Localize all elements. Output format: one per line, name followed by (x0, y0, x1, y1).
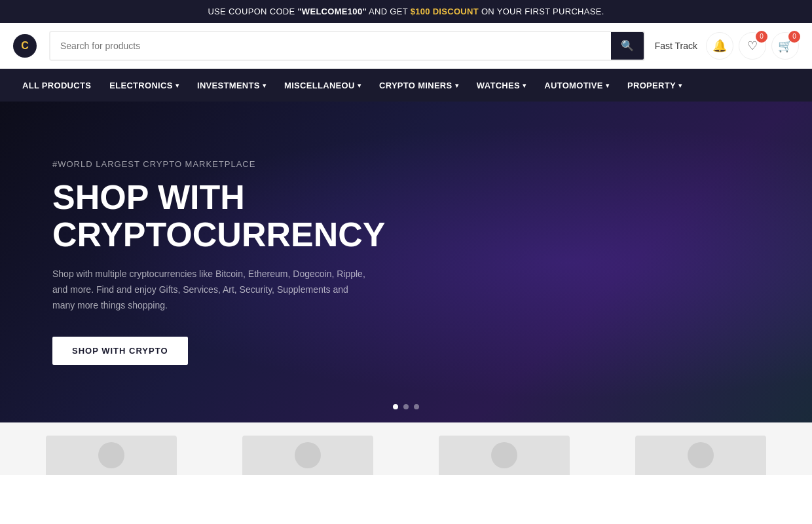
product-image-placeholder (98, 442, 124, 468)
hero-title: SHOP WITH CRYPTOCURRENCY (52, 179, 386, 253)
hero-subtitle: #WORLD LARGEST CRYPTO MARKETPLACE (52, 159, 386, 169)
chevron-down-icon: ▾ (523, 82, 526, 89)
nav-item-miscellaneous[interactable]: MISCELLANEOU ▾ (275, 69, 370, 102)
nav-item-property[interactable]: PROPERTY ▾ (618, 69, 691, 102)
product-image-placeholder (688, 442, 714, 468)
banner-middle: AND GET (367, 7, 411, 16)
wishlist-badge: 0 (756, 31, 767, 43)
chevron-down-icon: ▾ (678, 82, 682, 89)
nav-item-watches[interactable]: WATCHES ▾ (468, 69, 535, 102)
top-banner: USE COUPON CODE "WELCOME100" AND GET $10… (0, 0, 812, 23)
product-card-placeholder-2 (242, 436, 373, 475)
search-input[interactable] (50, 32, 611, 60)
nav-label: ELECTRONICS (109, 81, 172, 90)
nav-label: ALL PRODUCTS (22, 81, 91, 90)
product-card-placeholder-4 (635, 436, 766, 475)
chevron-down-icon: ▾ (358, 82, 361, 89)
chevron-down-icon: ▾ (606, 82, 609, 89)
banner-code: "WELCOME100" (297, 7, 367, 16)
dot-1[interactable] (393, 404, 398, 409)
shop-with-crypto-button[interactable]: SHOP WITH CRYPTO (52, 337, 188, 365)
fast-track-label: Fast Track (655, 41, 697, 51)
nav-label: CRYPTO MINERS (379, 81, 452, 90)
cart-button[interactable]: 🛒 0 (771, 32, 799, 60)
heart-icon: ♡ (747, 39, 758, 53)
search-button[interactable]: 🔍 (611, 32, 644, 60)
hero-dots (393, 404, 419, 409)
wishlist-button[interactable]: ♡ 0 (739, 32, 766, 60)
nav-label: PROPERTY (627, 81, 676, 90)
products-preview-row (0, 422, 812, 475)
header-actions: Fast Track 🔔 ♡ 0 🛒 0 (655, 32, 799, 60)
logo-icon: C (13, 34, 37, 58)
nav-label: AUTOMOTIVE (544, 81, 602, 90)
hero-description: Shop with multiple cryptocurrencies like… (52, 267, 367, 313)
nav-label: INVESTMENTS (197, 81, 260, 90)
chevron-down-icon: ▾ (455, 82, 458, 89)
banner-discount: $100 DISCOUNT (411, 7, 479, 16)
search-icon: 🔍 (621, 39, 634, 52)
hero-title-line2: CRYPTOCURRENCY (52, 216, 386, 253)
product-card-placeholder-1 (46, 436, 177, 475)
nav-item-all-products[interactable]: ALL PRODUCTS (13, 69, 100, 102)
logo: C (13, 34, 39, 58)
nav-item-automotive[interactable]: AUTOMOTIVE ▾ (535, 69, 618, 102)
header: C 🔍 Fast Track 🔔 ♡ 0 🛒 0 (0, 23, 812, 69)
notifications-button[interactable]: 🔔 (706, 32, 733, 60)
cart-badge: 0 (788, 31, 800, 43)
product-image-placeholder (491, 442, 517, 468)
nav-item-crypto-miners[interactable]: CRYPTO MINERS ▾ (370, 69, 468, 102)
nav-item-electronics[interactable]: ELECTRONICS ▾ (100, 69, 188, 102)
product-card-placeholder-3 (439, 436, 570, 475)
dot-2[interactable] (403, 404, 409, 409)
main-nav: ALL PRODUCTS ELECTRONICS ▾ INVESTMENTS ▾… (0, 69, 812, 102)
chevron-down-icon: ▾ (175, 82, 179, 89)
hero-section: #WORLD LARGEST CRYPTO MARKETPLACE SHOP W… (0, 102, 812, 422)
search-bar: 🔍 (49, 31, 645, 61)
hero-title-line1: SHOP WITH (52, 179, 386, 216)
product-image-placeholder (295, 442, 321, 468)
hero-content: #WORLD LARGEST CRYPTO MARKETPLACE SHOP W… (52, 159, 386, 365)
nav-label: WATCHES (477, 81, 520, 90)
nav-item-investments[interactable]: INVESTMENTS ▾ (188, 69, 275, 102)
chevron-down-icon: ▾ (263, 82, 266, 89)
banner-suffix: ON YOUR FIRST PURCHASE. (479, 7, 604, 16)
nav-label: MISCELLANEOU (284, 81, 355, 90)
bell-icon: 🔔 (712, 39, 727, 53)
dot-3[interactable] (414, 404, 419, 409)
banner-prefix: USE COUPON CODE (208, 7, 297, 16)
